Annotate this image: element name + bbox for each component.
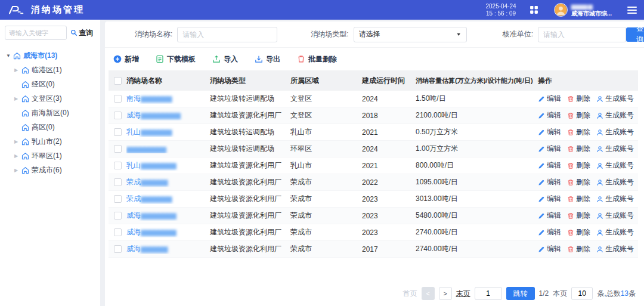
tree-node[interactable]: 南海新区(0) [5,106,97,120]
add-button[interactable]: 新增 [113,54,139,64]
generate-account-button[interactable]: 生成账号 [596,160,634,171]
edit-button[interactable]: 编辑 [538,194,561,204]
row-checkbox[interactable] [114,112,122,119]
generate-account-button[interactable]: 生成账号 [596,144,634,154]
edit-button[interactable]: 编辑 [538,127,561,137]
site-name-link[interactable]: 威海▆▆▆▆▆▆ [126,245,166,253]
edit-button[interactable]: 编辑 [538,160,561,171]
row-checkbox[interactable] [114,145,122,153]
row-checkbox-cell [109,145,126,153]
site-name-cell: 乳山▆▆▆▆▆▆▆ [126,127,210,137]
delete-button[interactable]: 删除 [567,127,590,137]
edit-button[interactable]: 编辑 [538,94,561,104]
site-name-link[interactable]: 乳山▆▆▆▆▆▆▆ [126,128,171,136]
edit-button[interactable]: 编辑 [538,211,561,221]
page-size-input[interactable] [571,287,593,300]
apps-grid-icon[interactable] [530,5,538,14]
generate-account-button[interactable]: 生成账号 [596,211,634,221]
user-info[interactable]: ▆▆▆▆ ▆ 威海市城市综... [571,3,612,17]
delete-button[interactable]: 删除 [567,110,590,120]
menu-icon[interactable] [627,7,637,14]
expand-icon[interactable]: ▶ [14,67,21,73]
generate-account-button[interactable]: 生成账号 [596,177,634,187]
generate-account-button-label: 生成账号 [605,244,634,254]
delete-button[interactable]: 删除 [567,211,590,221]
tree-node[interactable]: ▶乳山市(2) [5,134,97,149]
export-button[interactable]: 导出 [255,54,280,64]
column-header-year: 建成运行时间 [362,76,416,86]
delete-button[interactable]: 删除 [567,160,590,171]
row-checkbox[interactable] [114,228,122,236]
page-number-input[interactable] [475,287,502,300]
home-icon [21,138,29,146]
edit-button[interactable]: 编辑 [538,244,561,254]
approval-unit-input[interactable] [538,27,626,42]
row-checkbox[interactable] [114,178,122,186]
delete-button[interactable]: 删除 [567,177,590,187]
generate-account-button[interactable]: 生成账号 [596,244,634,254]
expand-icon[interactable]: ▶ [14,153,21,159]
site-name-link[interactable]: 荣成▆▆▆▆▆▆ [126,178,166,186]
select-all-checkbox[interactable] [114,77,122,85]
tree-node[interactable]: 高区(0) [5,120,97,134]
collapse-icon[interactable]: ▼ [6,53,13,58]
delete-button[interactable]: 删除 [567,227,590,237]
site-name-link[interactable]: 南海▆▆▆▆▆▆▆ [126,94,171,103]
expand-icon[interactable]: ▶ [14,96,21,101]
site-name-link[interactable]: 荣成▆▆▆▆▆▆▆ [126,194,171,203]
sidebar-search-button[interactable]: 查询 [70,28,93,38]
batch-delete-button[interactable]: 批量删除 [297,54,337,64]
capacity-cell: 1.50吨/日 [416,94,538,104]
last-page-button[interactable]: 末页 [456,289,470,299]
generate-account-button[interactable]: 生成账号 [596,94,634,104]
edit-button[interactable]: 编辑 [538,177,561,187]
site-name-input[interactable] [177,27,277,42]
delete-button[interactable]: 删除 [567,194,590,204]
generate-account-button[interactable]: 生成账号 [596,227,634,237]
generate-account-button[interactable]: 生成账号 [596,110,634,120]
avatar[interactable] [554,3,568,17]
tree-node[interactable]: ▶环翠区(1) [5,149,97,163]
row-checkbox[interactable] [114,212,122,220]
tree-node[interactable]: ▶荣成市(6) [5,163,97,177]
row-checkbox[interactable] [114,128,122,136]
tree-node[interactable]: ▶文登区(3) [5,91,97,106]
tree-node-label: 文登区(3) [32,94,62,104]
edit-pencil-icon [538,162,545,169]
site-name-link[interactable]: 威海▆▆▆▆▆▆▆▆▆ [126,111,179,119]
site-name-link[interactable]: 威海▆▆▆▆▆▆▆▆ [126,228,175,236]
row-checkbox[interactable] [114,95,122,103]
search-button[interactable]: 查询 [626,27,644,42]
tree-node[interactable]: 经区(0) [5,77,97,91]
site-name-link[interactable]: ▆▆▆▆▆▆▆▆▆ [126,145,165,153]
edit-button[interactable]: 编辑 [538,227,561,237]
tree-node[interactable]: ▶临港区(1) [5,63,97,77]
site-type-select[interactable]: 请选择 ▼ [354,27,467,42]
delete-button[interactable]: 删除 [567,144,590,154]
edit-button[interactable]: 编辑 [538,110,561,120]
keyword-search-input[interactable] [5,26,67,40]
prev-page-button[interactable]: < [422,287,435,300]
site-name-link[interactable]: 威海▆▆▆▆▆▆▆▆ [126,211,175,220]
site-name-link[interactable]: 乳山▆▆▆▆▆▆▆▆ [126,161,175,169]
redacted-text: ▆▆▆▆▆▆▆▆ [141,211,175,220]
delete-button[interactable]: 删除 [567,94,590,104]
generate-account-button[interactable]: 生成账号 [596,127,634,137]
jump-button[interactable]: 跳转 [506,287,535,300]
first-page-button[interactable]: 首页 [403,289,417,299]
download-template-button[interactable]: 下载模板 [156,54,196,64]
row-checkbox-cell [109,128,126,136]
generate-account-button[interactable]: 生成账号 [596,194,634,204]
next-page-button[interactable]: > [439,287,452,300]
table-toolbar: 新增 下载模板 导入 导出 批量删 [105,48,644,70]
import-button[interactable]: 导入 [212,54,238,64]
tree-node[interactable]: ▼威海市(13) [5,48,97,63]
row-checkbox[interactable] [114,162,122,169]
expand-icon[interactable]: ▶ [14,168,21,173]
edit-button[interactable]: 编辑 [538,144,561,154]
delete-button[interactable]: 删除 [567,244,590,254]
row-checkbox[interactable] [114,195,122,203]
site-type-cell: 建筑垃圾转运调配场 [210,144,290,154]
row-checkbox[interactable] [114,245,122,253]
expand-icon[interactable]: ▶ [14,139,21,144]
